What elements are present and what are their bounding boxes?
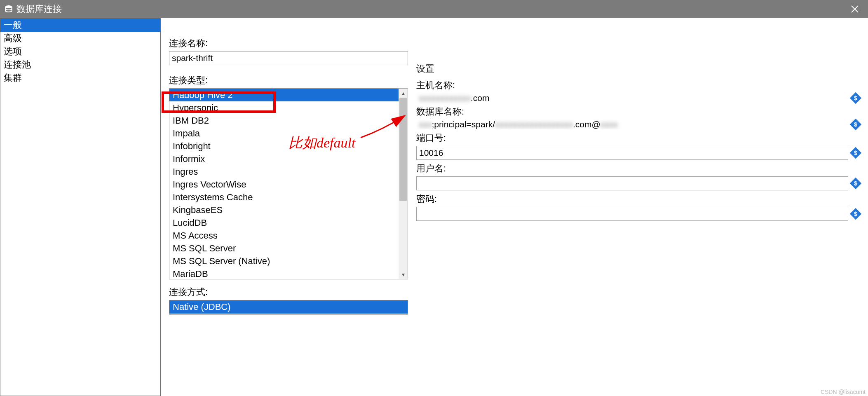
conn-type-item[interactable]: Hadoop Hive 2 — [169, 89, 399, 101]
conn-type-item[interactable]: Intersystems Cache — [169, 191, 399, 204]
conn-type-item[interactable]: Informix — [169, 152, 399, 165]
conn-method-item[interactable]: Native (JDBC) — [169, 300, 408, 314]
svg-point-1 — [5, 7, 12, 10]
variable-icon[interactable]: $ — [850, 208, 861, 220]
titlebar: 数据库连接 — [0, 0, 868, 18]
host-input[interactable]: xxxxxxxxxxxx .com — [416, 93, 848, 103]
conn-type-item[interactable]: MS SQL Server — [169, 242, 399, 255]
user-label: 用户名: — [416, 162, 860, 175]
conn-name-label: 连接名称: — [169, 37, 408, 49]
sidebar-item[interactable]: 连接池 — [0, 58, 160, 71]
conn-type-item[interactable]: KingbaseES — [169, 204, 399, 216]
variable-icon[interactable]: $ — [850, 119, 861, 130]
variable-icon[interactable]: $ — [850, 147, 861, 159]
conn-type-item[interactable]: Hypersonic — [169, 101, 399, 114]
conn-type-listbox[interactable]: Hadoop Hive 2HypersonicIBM DB2ImpalaInfo… — [169, 88, 408, 279]
app-icon — [4, 5, 13, 14]
sidebar-item[interactable]: 高级 — [0, 32, 160, 45]
variable-icon[interactable]: $ — [850, 178, 861, 189]
host-label: 主机名称: — [416, 79, 860, 91]
scroll-up-icon[interactable]: ▴ — [399, 89, 408, 98]
sidebar: 一般高级选项连接池集群 — [0, 18, 161, 396]
conn-type-label: 连接类型: — [169, 74, 408, 87]
conn-type-item[interactable]: Infobright — [169, 140, 399, 152]
conn-method-label: 连接方式: — [169, 286, 408, 298]
scroll-thumb[interactable] — [399, 98, 407, 201]
pass-label: 密码: — [416, 193, 860, 205]
settings-title: 设置 — [416, 63, 860, 75]
window-title: 数据库连接 — [16, 3, 62, 15]
user-input[interactable] — [416, 176, 848, 190]
db-label: 数据库名称: — [416, 105, 860, 118]
conn-type-item[interactable]: MS SQL Server (Native) — [169, 255, 399, 267]
watermark: CSDN @lisacumt — [821, 389, 866, 395]
port-input[interactable] — [416, 146, 848, 160]
conn-type-item[interactable]: Ingres — [169, 165, 399, 178]
variable-icon[interactable]: $ — [850, 92, 861, 104]
conn-name-input[interactable] — [169, 51, 408, 65]
conn-type-item[interactable]: MS Access — [169, 229, 399, 242]
sidebar-item[interactable]: 集群 — [0, 71, 160, 84]
scroll-down-icon[interactable]: ▾ — [399, 270, 408, 279]
conn-type-item[interactable]: IBM DB2 — [169, 114, 399, 127]
db-input[interactable]: xxx ;principal=spark/ xxxxxxxxxxxxxxxxxx… — [416, 120, 848, 129]
pass-input[interactable] — [416, 207, 848, 221]
conn-type-item[interactable]: Ingres VectorWise — [169, 178, 399, 191]
port-label: 端口号: — [416, 132, 860, 144]
close-button[interactable] — [846, 0, 864, 18]
sidebar-item[interactable]: 选项 — [0, 45, 160, 58]
scrollbar[interactable]: ▴ ▾ — [399, 89, 408, 279]
sidebar-item[interactable]: 一般 — [0, 19, 160, 32]
close-icon — [851, 5, 859, 13]
conn-method-listbox[interactable]: Native (JDBC) — [169, 300, 408, 315]
conn-type-item[interactable]: MariaDB — [169, 267, 399, 279]
conn-type-item[interactable]: LucidDB — [169, 216, 399, 229]
conn-type-item[interactable]: Impala — [169, 127, 399, 140]
